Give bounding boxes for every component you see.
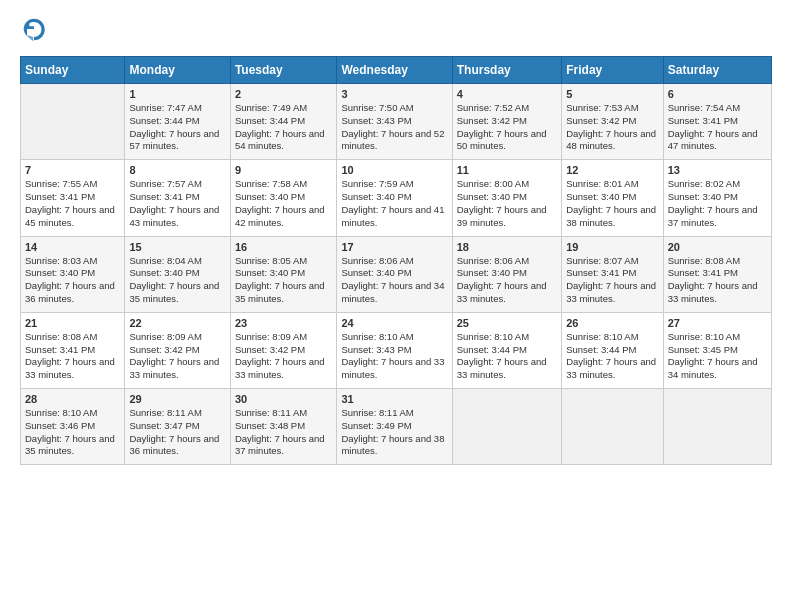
calendar-table: SundayMondayTuesdayWednesdayThursdayFrid… bbox=[20, 56, 772, 465]
day-number: 22 bbox=[129, 317, 225, 329]
day-cell bbox=[452, 389, 561, 465]
day-number: 29 bbox=[129, 393, 225, 405]
day-info: Sunrise: 7:47 AMSunset: 3:44 PMDaylight:… bbox=[129, 102, 225, 153]
week-row-0: 1Sunrise: 7:47 AMSunset: 3:44 PMDaylight… bbox=[21, 84, 772, 160]
day-info: Sunrise: 8:10 AMSunset: 3:45 PMDaylight:… bbox=[668, 331, 767, 382]
day-info: Sunrise: 7:49 AMSunset: 3:44 PMDaylight:… bbox=[235, 102, 333, 153]
day-cell: 31Sunrise: 8:11 AMSunset: 3:49 PMDayligh… bbox=[337, 389, 452, 465]
day-cell: 22Sunrise: 8:09 AMSunset: 3:42 PMDayligh… bbox=[125, 312, 230, 388]
day-info: Sunrise: 8:11 AMSunset: 3:49 PMDaylight:… bbox=[341, 407, 447, 458]
week-row-4: 28Sunrise: 8:10 AMSunset: 3:46 PMDayligh… bbox=[21, 389, 772, 465]
day-number: 9 bbox=[235, 164, 333, 176]
day-cell: 4Sunrise: 7:52 AMSunset: 3:42 PMDaylight… bbox=[452, 84, 561, 160]
day-number: 8 bbox=[129, 164, 225, 176]
day-cell: 21Sunrise: 8:08 AMSunset: 3:41 PMDayligh… bbox=[21, 312, 125, 388]
day-info: Sunrise: 7:59 AMSunset: 3:40 PMDaylight:… bbox=[341, 178, 447, 229]
week-row-1: 7Sunrise: 7:55 AMSunset: 3:41 PMDaylight… bbox=[21, 160, 772, 236]
header-row: SundayMondayTuesdayWednesdayThursdayFrid… bbox=[21, 57, 772, 84]
day-number: 2 bbox=[235, 88, 333, 100]
day-number: 18 bbox=[457, 241, 557, 253]
day-cell: 9Sunrise: 7:58 AMSunset: 3:40 PMDaylight… bbox=[230, 160, 337, 236]
day-number: 6 bbox=[668, 88, 767, 100]
day-number: 27 bbox=[668, 317, 767, 329]
col-header-monday: Monday bbox=[125, 57, 230, 84]
day-info: Sunrise: 7:53 AMSunset: 3:42 PMDaylight:… bbox=[566, 102, 658, 153]
day-number: 5 bbox=[566, 88, 658, 100]
day-info: Sunrise: 8:04 AMSunset: 3:40 PMDaylight:… bbox=[129, 255, 225, 306]
day-number: 7 bbox=[25, 164, 120, 176]
week-row-2: 14Sunrise: 8:03 AMSunset: 3:40 PMDayligh… bbox=[21, 236, 772, 312]
day-number: 16 bbox=[235, 241, 333, 253]
day-cell: 5Sunrise: 7:53 AMSunset: 3:42 PMDaylight… bbox=[562, 84, 663, 160]
day-number: 31 bbox=[341, 393, 447, 405]
day-info: Sunrise: 8:10 AMSunset: 3:44 PMDaylight:… bbox=[566, 331, 658, 382]
day-info: Sunrise: 8:10 AMSunset: 3:43 PMDaylight:… bbox=[341, 331, 447, 382]
day-cell bbox=[663, 389, 771, 465]
day-cell: 14Sunrise: 8:03 AMSunset: 3:40 PMDayligh… bbox=[21, 236, 125, 312]
col-header-sunday: Sunday bbox=[21, 57, 125, 84]
day-info: Sunrise: 8:06 AMSunset: 3:40 PMDaylight:… bbox=[341, 255, 447, 306]
day-info: Sunrise: 8:06 AMSunset: 3:40 PMDaylight:… bbox=[457, 255, 557, 306]
day-cell: 6Sunrise: 7:54 AMSunset: 3:41 PMDaylight… bbox=[663, 84, 771, 160]
header bbox=[20, 16, 772, 46]
day-cell: 10Sunrise: 7:59 AMSunset: 3:40 PMDayligh… bbox=[337, 160, 452, 236]
col-header-tuesday: Tuesday bbox=[230, 57, 337, 84]
day-info: Sunrise: 7:50 AMSunset: 3:43 PMDaylight:… bbox=[341, 102, 447, 153]
day-info: Sunrise: 8:11 AMSunset: 3:47 PMDaylight:… bbox=[129, 407, 225, 458]
day-cell: 23Sunrise: 8:09 AMSunset: 3:42 PMDayligh… bbox=[230, 312, 337, 388]
day-info: Sunrise: 8:10 AMSunset: 3:46 PMDaylight:… bbox=[25, 407, 120, 458]
day-number: 12 bbox=[566, 164, 658, 176]
day-number: 15 bbox=[129, 241, 225, 253]
day-cell bbox=[21, 84, 125, 160]
day-cell: 20Sunrise: 8:08 AMSunset: 3:41 PMDayligh… bbox=[663, 236, 771, 312]
day-cell: 29Sunrise: 8:11 AMSunset: 3:47 PMDayligh… bbox=[125, 389, 230, 465]
day-info: Sunrise: 8:02 AMSunset: 3:40 PMDaylight:… bbox=[668, 178, 767, 229]
day-info: Sunrise: 8:10 AMSunset: 3:44 PMDaylight:… bbox=[457, 331, 557, 382]
day-info: Sunrise: 8:09 AMSunset: 3:42 PMDaylight:… bbox=[235, 331, 333, 382]
day-number: 28 bbox=[25, 393, 120, 405]
day-number: 1 bbox=[129, 88, 225, 100]
day-info: Sunrise: 7:58 AMSunset: 3:40 PMDaylight:… bbox=[235, 178, 333, 229]
day-info: Sunrise: 7:57 AMSunset: 3:41 PMDaylight:… bbox=[129, 178, 225, 229]
day-cell: 11Sunrise: 8:00 AMSunset: 3:40 PMDayligh… bbox=[452, 160, 561, 236]
day-cell: 15Sunrise: 8:04 AMSunset: 3:40 PMDayligh… bbox=[125, 236, 230, 312]
day-number: 13 bbox=[668, 164, 767, 176]
day-cell: 7Sunrise: 7:55 AMSunset: 3:41 PMDaylight… bbox=[21, 160, 125, 236]
day-cell: 27Sunrise: 8:10 AMSunset: 3:45 PMDayligh… bbox=[663, 312, 771, 388]
logo bbox=[20, 16, 50, 46]
day-info: Sunrise: 8:00 AMSunset: 3:40 PMDaylight:… bbox=[457, 178, 557, 229]
day-info: Sunrise: 8:09 AMSunset: 3:42 PMDaylight:… bbox=[129, 331, 225, 382]
col-header-saturday: Saturday bbox=[663, 57, 771, 84]
day-info: Sunrise: 7:52 AMSunset: 3:42 PMDaylight:… bbox=[457, 102, 557, 153]
day-cell: 30Sunrise: 8:11 AMSunset: 3:48 PMDayligh… bbox=[230, 389, 337, 465]
week-row-3: 21Sunrise: 8:08 AMSunset: 3:41 PMDayligh… bbox=[21, 312, 772, 388]
day-cell: 19Sunrise: 8:07 AMSunset: 3:41 PMDayligh… bbox=[562, 236, 663, 312]
day-cell: 17Sunrise: 8:06 AMSunset: 3:40 PMDayligh… bbox=[337, 236, 452, 312]
day-cell: 12Sunrise: 8:01 AMSunset: 3:40 PMDayligh… bbox=[562, 160, 663, 236]
day-cell: 24Sunrise: 8:10 AMSunset: 3:43 PMDayligh… bbox=[337, 312, 452, 388]
day-info: Sunrise: 8:11 AMSunset: 3:48 PMDaylight:… bbox=[235, 407, 333, 458]
day-number: 14 bbox=[25, 241, 120, 253]
day-cell: 1Sunrise: 7:47 AMSunset: 3:44 PMDaylight… bbox=[125, 84, 230, 160]
day-cell: 3Sunrise: 7:50 AMSunset: 3:43 PMDaylight… bbox=[337, 84, 452, 160]
col-header-friday: Friday bbox=[562, 57, 663, 84]
col-header-wednesday: Wednesday bbox=[337, 57, 452, 84]
day-number: 25 bbox=[457, 317, 557, 329]
col-header-thursday: Thursday bbox=[452, 57, 561, 84]
day-info: Sunrise: 8:07 AMSunset: 3:41 PMDaylight:… bbox=[566, 255, 658, 306]
day-number: 11 bbox=[457, 164, 557, 176]
day-number: 4 bbox=[457, 88, 557, 100]
day-number: 19 bbox=[566, 241, 658, 253]
day-cell: 26Sunrise: 8:10 AMSunset: 3:44 PMDayligh… bbox=[562, 312, 663, 388]
day-info: Sunrise: 8:01 AMSunset: 3:40 PMDaylight:… bbox=[566, 178, 658, 229]
day-info: Sunrise: 8:08 AMSunset: 3:41 PMDaylight:… bbox=[25, 331, 120, 382]
day-info: Sunrise: 8:05 AMSunset: 3:40 PMDaylight:… bbox=[235, 255, 333, 306]
day-number: 24 bbox=[341, 317, 447, 329]
day-number: 10 bbox=[341, 164, 447, 176]
day-info: Sunrise: 7:55 AMSunset: 3:41 PMDaylight:… bbox=[25, 178, 120, 229]
day-cell: 13Sunrise: 8:02 AMSunset: 3:40 PMDayligh… bbox=[663, 160, 771, 236]
day-number: 26 bbox=[566, 317, 658, 329]
day-number: 3 bbox=[341, 88, 447, 100]
day-number: 17 bbox=[341, 241, 447, 253]
day-cell: 2Sunrise: 7:49 AMSunset: 3:44 PMDaylight… bbox=[230, 84, 337, 160]
